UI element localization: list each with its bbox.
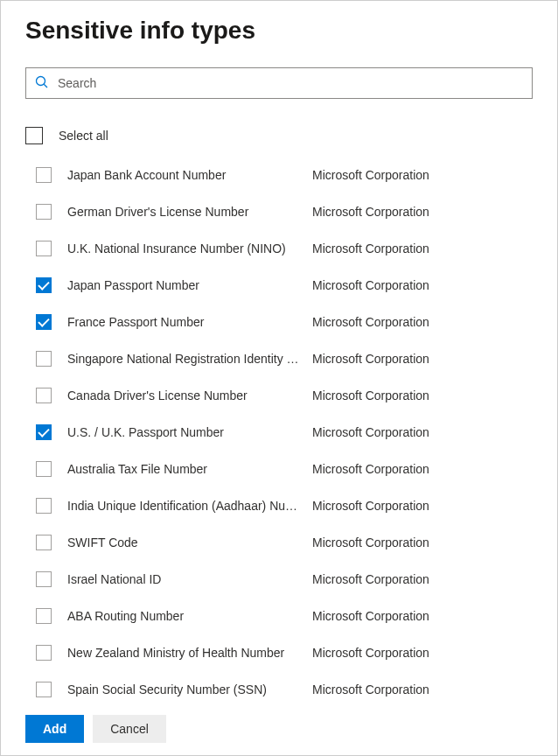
footer: Add Cancel <box>1 702 557 755</box>
item-name: U.K. National Insurance Number (NINO) <box>67 242 303 256</box>
item-name: France Passport Number <box>67 315 303 329</box>
list-item[interactable]: U.S. / U.K. Passport NumberMicrosoft Cor… <box>25 414 557 451</box>
item-publisher: Microsoft Corporation <box>312 168 429 182</box>
item-publisher: Microsoft Corporation <box>312 388 429 402</box>
item-publisher: Microsoft Corporation <box>312 499 429 513</box>
item-publisher: Microsoft Corporation <box>312 352 429 366</box>
item-name: New Zealand Ministry of Health Number <box>67 646 303 660</box>
item-name: SWIFT Code <box>67 536 303 550</box>
item-name: Japan Passport Number <box>67 278 303 292</box>
item-checkbox[interactable] <box>36 351 52 367</box>
item-checkbox[interactable] <box>36 461 52 477</box>
item-checkbox[interactable] <box>36 608 52 624</box>
item-checkbox[interactable] <box>36 571 52 587</box>
select-all-checkbox[interactable] <box>25 127 43 144</box>
svg-line-1 <box>44 84 47 88</box>
item-name: Japan Bank Account Number <box>67 168 303 182</box>
item-publisher: Microsoft Corporation <box>312 682 429 696</box>
search-box[interactable] <box>25 67 533 99</box>
list-item[interactable]: France Passport NumberMicrosoft Corporat… <box>25 304 557 340</box>
item-checkbox[interactable] <box>36 241 52 256</box>
item-checkbox[interactable] <box>36 388 52 403</box>
item-name: Singapore National Registration Identity… <box>67 352 303 366</box>
item-name: Canada Driver's License Number <box>67 388 303 402</box>
item-publisher: Microsoft Corporation <box>312 572 429 586</box>
search-container <box>1 53 557 106</box>
list-item[interactable]: Japan Passport NumberMicrosoft Corporati… <box>25 267 557 304</box>
list-item[interactable]: ABA Routing NumberMicrosoft Corporation <box>25 598 557 634</box>
item-name: U.S. / U.K. Passport Number <box>67 425 303 439</box>
list-item[interactable]: Australia Tax File NumberMicrosoft Corpo… <box>25 451 557 487</box>
item-publisher: Microsoft Corporation <box>312 205 429 219</box>
page-title: Sensitive info types <box>25 17 533 45</box>
items-list[interactable]: Japan Bank Account NumberMicrosoft Corpo… <box>1 157 557 702</box>
item-checkbox[interactable] <box>36 645 52 661</box>
search-icon <box>35 75 49 92</box>
item-name: India Unique Identification (Aadhaar) Nu… <box>67 499 303 513</box>
item-publisher: Microsoft Corporation <box>312 609 429 623</box>
item-publisher: Microsoft Corporation <box>312 315 429 329</box>
list-item[interactable]: German Driver's License NumberMicrosoft … <box>25 193 557 230</box>
item-checkbox[interactable] <box>36 204 52 220</box>
item-publisher: Microsoft Corporation <box>312 536 429 550</box>
item-checkbox[interactable] <box>36 535 52 550</box>
item-name: Israel National ID <box>67 572 303 586</box>
item-checkbox[interactable] <box>36 498 52 514</box>
item-checkbox[interactable] <box>36 424 52 440</box>
item-checkbox[interactable] <box>36 167 52 183</box>
item-checkbox[interactable] <box>36 277 52 293</box>
item-publisher: Microsoft Corporation <box>312 462 429 476</box>
list-item[interactable]: New Zealand Ministry of Health NumberMic… <box>25 634 557 671</box>
page-header: Sensitive info types <box>1 1 557 53</box>
item-publisher: Microsoft Corporation <box>312 242 429 256</box>
item-name: ABA Routing Number <box>67 609 303 623</box>
list-item[interactable]: U.K. National Insurance Number (NINO)Mic… <box>25 230 557 267</box>
list-item[interactable]: India Unique Identification (Aadhaar) Nu… <box>25 487 557 524</box>
item-name: Spain Social Security Number (SSN) <box>67 682 303 696</box>
select-all-label: Select all <box>59 129 108 143</box>
list-item[interactable]: Singapore National Registration Identity… <box>25 340 557 377</box>
svg-point-0 <box>37 76 45 85</box>
select-all-row: Select all <box>1 106 557 157</box>
list-item[interactable]: SWIFT CodeMicrosoft Corporation <box>25 524 557 561</box>
list-item[interactable]: Canada Driver's License NumberMicrosoft … <box>25 377 557 414</box>
list-item[interactable]: Israel National IDMicrosoft Corporation <box>25 561 557 598</box>
list-item[interactable]: Japan Bank Account NumberMicrosoft Corpo… <box>25 157 557 193</box>
search-input[interactable] <box>58 76 523 90</box>
item-checkbox[interactable] <box>36 314 52 330</box>
item-checkbox[interactable] <box>36 682 52 697</box>
item-name: Australia Tax File Number <box>67 462 303 476</box>
list-item[interactable]: Spain Social Security Number (SSN)Micros… <box>25 671 557 702</box>
item-publisher: Microsoft Corporation <box>312 278 429 292</box>
item-name: German Driver's License Number <box>67 205 303 219</box>
item-publisher: Microsoft Corporation <box>312 646 429 660</box>
add-button[interactable]: Add <box>25 715 84 743</box>
cancel-button[interactable]: Cancel <box>93 715 166 743</box>
item-publisher: Microsoft Corporation <box>312 425 429 439</box>
